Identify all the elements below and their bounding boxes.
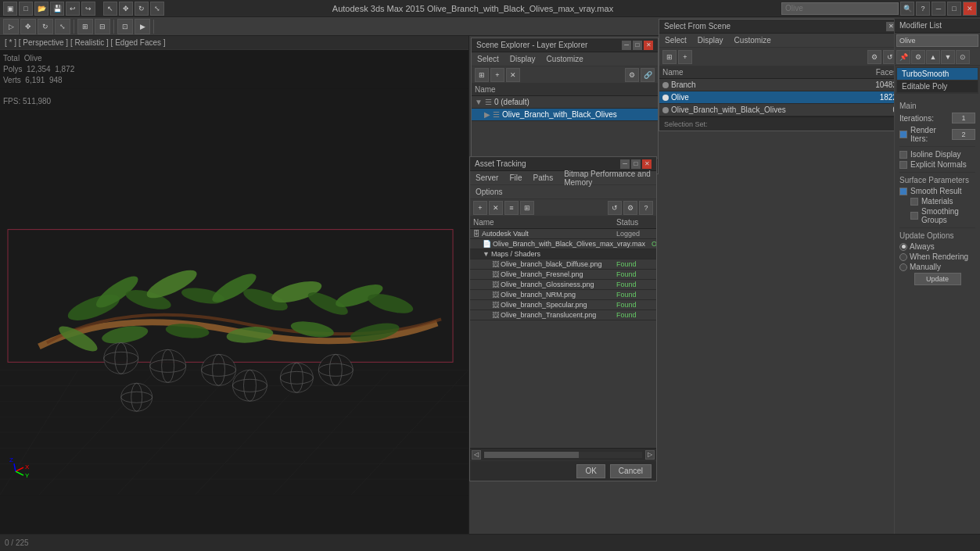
layer-menu-customize[interactable]: Customize	[544, 55, 586, 63]
close-icon[interactable]: ✕	[963, 2, 977, 16]
layer-menu-display[interactable]: Display	[508, 55, 538, 63]
modifier-search-input[interactable]	[896, 34, 978, 47]
update-button[interactable]: Update	[914, 273, 961, 285]
asset-refresh-icon[interactable]: ↺	[608, 201, 622, 215]
asset-cancel-button[interactable]: Cancel	[610, 464, 652, 478]
horizontal-scrollbar[interactable]	[484, 452, 642, 458]
asset-icons-icon[interactable]: ⊞	[520, 201, 534, 215]
scene-expand-icon[interactable]: +	[678, 50, 692, 64]
modifier-config-icon[interactable]: ⚙	[911, 50, 925, 64]
scroll-left-btn[interactable]: ◁	[472, 450, 481, 460]
list-item[interactable]: 🖼 Olive_branch_Translucent.png Found	[470, 310, 656, 320]
tool1-icon[interactable]: ↖	[103, 2, 117, 16]
asset-menu-options[interactable]: Options	[473, 188, 504, 196]
render-setup-btn[interactable]: ⊡	[117, 19, 133, 34]
asset-menu-paths[interactable]: Paths	[531, 174, 556, 182]
list-item[interactable]: Branch 10482	[659, 79, 900, 91]
select-btn[interactable]: ▷	[3, 19, 19, 34]
scroll-thumb[interactable]	[484, 452, 579, 458]
snap-btn[interactable]: ⊞	[77, 19, 93, 34]
redo-icon[interactable]: ↪	[81, 2, 95, 16]
layer-new-icon[interactable]: +	[490, 68, 504, 82]
asset-ok-button[interactable]: OK	[576, 464, 605, 478]
minimize-icon[interactable]: ─	[932, 2, 946, 16]
modifier-wire-icon[interactable]: ⊙	[956, 50, 970, 64]
list-item[interactable]: 🖼 Olive_branch_Specular.png Found	[470, 300, 656, 310]
scene-menu-customize[interactable]: Customize	[732, 36, 774, 45]
manually-radio[interactable]	[899, 263, 907, 271]
render-iters-input[interactable]	[952, 129, 975, 140]
help-icon[interactable]: ?	[916, 2, 930, 16]
layer-list-body: Name ▼☰0 (default) ▶☰Olive_Branch_with_B…	[472, 84, 658, 159]
modifier-pin-icon[interactable]: 📌	[896, 50, 910, 64]
asset-menu-file[interactable]: File	[507, 174, 524, 182]
iterations-input[interactable]	[952, 113, 975, 123]
rotate-btn[interactable]: ↻	[38, 19, 53, 34]
viewport[interactable]: [ * ] [ Perspective ] [ Realistic ] [ Ed…	[0, 36, 469, 551]
layer-menu-select[interactable]: Select	[475, 55, 501, 63]
move-btn[interactable]: ✥	[20, 19, 36, 34]
new-icon[interactable]: □	[19, 2, 33, 16]
smoothing-groups-checkbox[interactable]	[910, 212, 918, 220]
search-input[interactable]	[781, 2, 899, 15]
render-btn[interactable]: ▶	[135, 19, 150, 34]
asset-maximize-btn[interactable]: □	[631, 159, 641, 169]
modifier-editable-poly[interactable]: Editable Poly	[897, 81, 978, 93]
align-btn[interactable]: ⊟	[95, 19, 110, 34]
list-item[interactable]: 🖼 Olive_branch_Fresnel.png Found	[470, 270, 656, 280]
materials-checkbox[interactable]	[910, 198, 918, 206]
scene-settings-icon[interactable]: ⚙	[867, 50, 881, 64]
layer-explorer-minimize-btn[interactable]: ─	[622, 41, 631, 50]
asset-fresnel: Olive_branch_Fresnel.png	[501, 270, 583, 278]
scroll-right-btn[interactable]: ▷	[645, 450, 655, 460]
list-item[interactable]: 🖼 Olive_branch_Glossiness.png Found	[470, 280, 656, 290]
scene-filter-icon[interactable]: ⊞	[662, 50, 677, 64]
layer-delete-icon[interactable]: ✕	[506, 68, 520, 82]
asset-settings-icon[interactable]: ⚙	[623, 201, 637, 215]
table-row[interactable]: ▶☰Olive_Branch_with_Black_Olives	[472, 109, 658, 121]
list-item[interactable]: ▼ Maps / Shaders	[470, 249, 656, 259]
explicit-checkbox[interactable]	[899, 161, 907, 169]
scale-btn[interactable]: ⤡	[55, 19, 70, 34]
list-item[interactable]: 🗄 Autodesk Vault Logged	[470, 229, 656, 239]
asset-close-btn[interactable]: ✕	[642, 159, 652, 169]
layer-link-icon[interactable]: 🔗	[641, 68, 655, 82]
tool4-icon[interactable]: ⤡	[150, 2, 164, 16]
table-row[interactable]: ▼☰0 (default)	[472, 96, 658, 109]
render-iters-checkbox[interactable]	[899, 131, 907, 138]
save-icon[interactable]: 💾	[50, 2, 64, 16]
viewport-canvas[interactable]: X Y Z Total Olive Polys 12,354 1,872 Ver…	[0, 50, 468, 534]
smooth-result-checkbox[interactable]	[899, 188, 907, 195]
always-radio[interactable]	[899, 243, 907, 251]
asset-menu-bitmap[interactable]: Bitmap Performance and Memory	[562, 170, 653, 187]
asset-add-icon[interactable]: +	[473, 201, 487, 215]
layer-filter-icon[interactable]: ⊞	[475, 68, 489, 82]
modifier-down-icon[interactable]: ▼	[941, 50, 955, 64]
asset-menu-server[interactable]: Server	[473, 174, 501, 182]
undo-icon[interactable]: ↩	[66, 2, 80, 16]
isoline-checkbox[interactable]	[899, 151, 907, 159]
modifier-up-icon[interactable]: ▲	[926, 50, 940, 64]
when-rendering-radio[interactable]	[899, 253, 907, 261]
tool2-icon[interactable]: ✥	[119, 2, 133, 16]
scene-menu-select[interactable]: Select	[662, 36, 689, 45]
tool3-icon[interactable]: ↻	[135, 2, 149, 16]
list-item[interactable]: Olive 1822	[659, 91, 900, 104]
search-icon[interactable]: 🔍	[900, 2, 914, 16]
layer-explorer-maximize-btn[interactable]: □	[633, 41, 642, 50]
list-item[interactable]: 📄 Olive_Branch_with_Black_Olives_max_vra…	[470, 239, 656, 249]
app-logo-icon[interactable]: ▣	[3, 2, 17, 16]
asset-list-icon[interactable]: ≡	[504, 201, 519, 215]
list-item[interactable]: 🖼 Olive_branch_black_Diffuse.png Found	[470, 259, 656, 270]
list-item[interactable]: 🖼 Olive_branch_NRM.png Found	[470, 290, 656, 300]
layer-settings-icon[interactable]: ⚙	[625, 68, 639, 82]
open-icon[interactable]: 📂	[34, 2, 48, 16]
modifier-turbosmooth[interactable]: TurboSmooth	[897, 68, 978, 81]
scene-menu-display[interactable]: Display	[695, 36, 726, 45]
layer-explorer-close-btn[interactable]: ✕	[644, 41, 653, 50]
asset-delete-icon[interactable]: ✕	[489, 201, 503, 215]
asset-minimize-btn[interactable]: ─	[620, 159, 630, 169]
maximize-icon[interactable]: □	[947, 2, 961, 16]
asset-help-icon[interactable]: ?	[639, 201, 653, 215]
list-item[interactable]: Olive_Branch_with_Black_Olives 0	[659, 104, 900, 116]
